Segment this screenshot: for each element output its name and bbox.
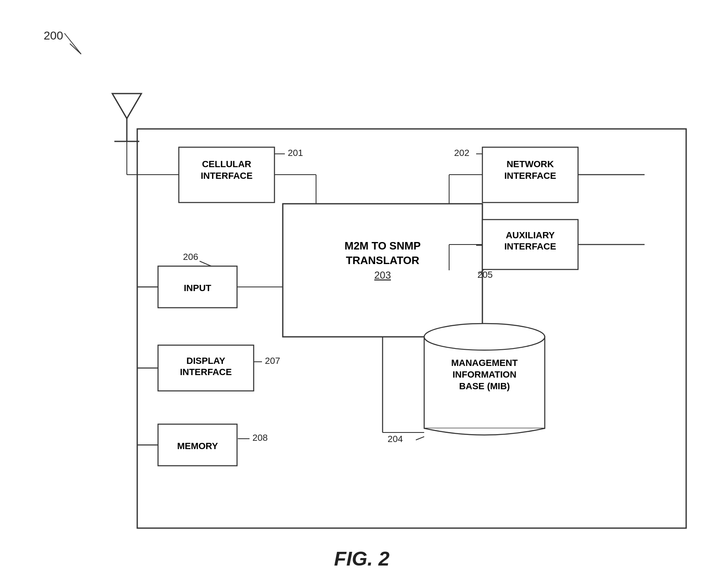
mib-label3: BASE (MIB) bbox=[459, 381, 510, 391]
translator-ref: 203 bbox=[374, 269, 391, 281]
display-label: DISPLAY bbox=[186, 356, 225, 366]
aux-interface-label: AUXILIARY bbox=[506, 230, 555, 240]
svg-line-8 bbox=[200, 261, 211, 266]
mib-label2: INFORMATION bbox=[452, 369, 516, 380]
display-label2: INTERFACE bbox=[180, 367, 232, 377]
translator-label-line1: M2M TO SNMP bbox=[345, 240, 421, 252]
svg-line-13 bbox=[416, 437, 424, 440]
ref-202: 202 bbox=[454, 148, 469, 158]
translator-label-line2: TRANSLATOR bbox=[346, 254, 420, 267]
network-interface-label: NETWORK bbox=[507, 159, 554, 169]
ref-208: 208 bbox=[252, 432, 268, 443]
svg-line-1 bbox=[70, 44, 81, 54]
network-interface-label2: INTERFACE bbox=[504, 170, 556, 181]
ref-205: 205 bbox=[477, 269, 493, 280]
figure-caption: FIG. 2 bbox=[334, 548, 390, 570]
cellular-interface-label2: INTERFACE bbox=[201, 170, 253, 181]
aux-interface-label2: INTERFACE bbox=[504, 241, 556, 252]
ref-206: 206 bbox=[183, 252, 198, 262]
ref-204: 204 bbox=[388, 434, 403, 444]
cellular-interface-label: CELLULAR bbox=[202, 159, 252, 169]
figure-number-label: 200 bbox=[44, 29, 63, 42]
memory-label: MEMORY bbox=[177, 441, 218, 451]
ref-207: 207 bbox=[265, 356, 280, 366]
mib-label1: MANAGEMENT bbox=[451, 358, 518, 368]
input-label: INPUT bbox=[184, 283, 212, 293]
ref-201: 201 bbox=[288, 148, 303, 158]
svg-marker-2 bbox=[112, 94, 141, 119]
svg-line-0 bbox=[64, 33, 81, 54]
svg-point-12 bbox=[424, 324, 545, 350]
